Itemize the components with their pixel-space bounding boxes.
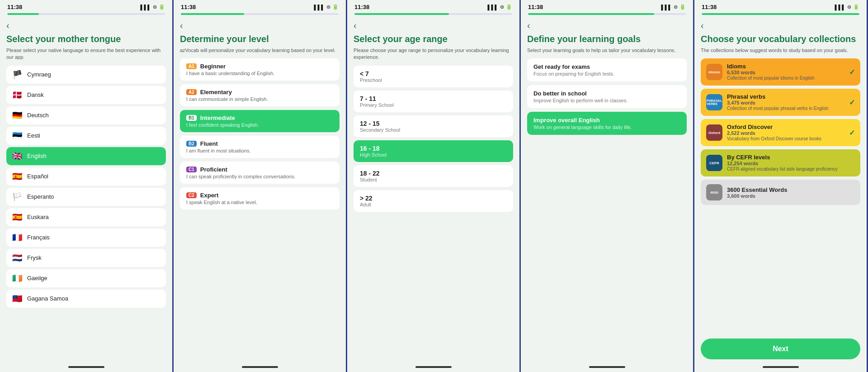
panel-content-1: ‹ Select your mother tongue Please selec…	[0, 18, 172, 364]
collection-oxford[interactable]: Oxford Oxford Discover 2,522 words Vocab…	[701, 119, 860, 146]
goal-overall[interactable]: Improve overall English Work on general …	[527, 112, 687, 135]
back-button-3[interactable]: ‹	[354, 20, 364, 31]
panel-goals: 11:38 ▌▌▌ ⊜ 🔋 ‹ Define your learning goa…	[521, 0, 694, 372]
panel-title-4: Define your learning goals	[527, 33, 687, 44]
panel-content-4: ‹ Define your learning goals Select your…	[521, 18, 693, 364]
progress-fill-4	[528, 13, 654, 15]
level-header-a1: A1 Beginner	[186, 63, 333, 70]
level-intermediate[interactable]: B1 Intermediate I feel confident speakin…	[180, 110, 340, 132]
language-english[interactable]: 🇬🇧English	[6, 147, 166, 165]
cefr-icon: CEFR	[706, 155, 722, 171]
age-list: < 7 Preschool 7 - 11 Primary School 12 -…	[354, 66, 513, 212]
panel-subtitle-5: The collections below suggest words to s…	[701, 47, 860, 54]
language-gaeilge[interactable]: 🇮🇪Gaeilge	[6, 269, 166, 287]
badge-a2: A2	[186, 89, 197, 95]
progress-track-4	[528, 13, 686, 15]
oxford-icon: Oxford	[706, 124, 722, 141]
back-button-5[interactable]: ‹	[701, 20, 712, 31]
home-bar-5	[763, 366, 799, 368]
badge-a1: A1	[186, 63, 197, 69]
panel-content-2: ‹ Determine your level azVocab will pers…	[174, 18, 346, 364]
language-gagana[interactable]: 🇼🇸Gagana Samoa	[6, 290, 166, 308]
goal-list: Get ready for exams Focus on preparing f…	[527, 58, 687, 135]
level-fluent[interactable]: B2 Fluent I am fluent in most situations…	[180, 136, 340, 158]
back-button-2[interactable]: ‹	[180, 20, 191, 31]
language-deutsch[interactable]: 🇩🇪Deutsch	[6, 106, 166, 124]
progress-fill-2	[181, 13, 244, 15]
status-bar-4: 11:38 ▌▌▌ ⊜ 🔋	[521, 0, 693, 12]
status-icons-2: ▌▌▌ ⊜ 🔋	[314, 4, 339, 10]
flag-espanol: 🇪🇸	[12, 172, 23, 181]
level-header-b2: B2 Fluent	[186, 140, 333, 147]
progress-container-3	[347, 12, 519, 18]
language-eesti[interactable]: 🇪🇪Eesti	[6, 127, 166, 145]
home-bar-4	[589, 366, 625, 368]
level-header-c1: C1 Proficient	[186, 166, 333, 173]
level-elementary[interactable]: A2 Elementary I can communicate in simpl…	[180, 84, 340, 106]
flag-euskara: 🇪🇸	[12, 212, 23, 222]
status-bar-3: 11:38 ▌▌▌ ⊜ 🔋	[347, 0, 519, 12]
signal-icon-2: ▌▌▌	[314, 5, 325, 10]
flag-cymraeg: 🏴	[12, 70, 23, 80]
progress-fill-3	[354, 13, 449, 15]
level-proficient[interactable]: C1 Proficient I can speak proficiently i…	[180, 162, 340, 184]
badge-c2: C2	[186, 192, 197, 198]
idioms-info: Idioms 6,530 words Collection of most po…	[727, 63, 844, 81]
badge-b1: B1	[186, 115, 197, 121]
level-expert[interactable]: C2 Expert I speak English at a native le…	[180, 187, 340, 210]
cefr-info: By CEFR levels 12,254 words CEFR-aligned…	[727, 154, 855, 172]
signal-icon-5: ▌▌▌	[835, 5, 845, 10]
home-indicator-3	[347, 364, 519, 372]
goal-school[interactable]: Do better in school Improve English to p…	[527, 85, 687, 108]
home-bar-2	[242, 366, 278, 368]
flag-francais: 🇫🇷	[12, 233, 23, 243]
age-adult[interactable]: > 22 Adult	[354, 190, 513, 212]
panel-mother-tongue: 11:38 ▌▌▌ ⊜ 🔋 ‹ Select your mother tongu…	[0, 0, 174, 372]
language-frysk[interactable]: 🇳🇱Frysk	[6, 249, 166, 267]
next-button[interactable]: Next	[701, 339, 860, 359]
language-euskara[interactable]: 🇪🇸Euskara	[6, 208, 166, 226]
collection-3600[interactable]: 4000 3600 Essential Words 3,600 words	[701, 180, 860, 205]
wifi-icon-2: ⊜	[326, 4, 330, 10]
status-icons-1: ▌▌▌ ⊜ 🔋	[141, 4, 165, 10]
time-1: 11:38	[7, 4, 22, 10]
language-esperanto[interactable]: 🏳️Esperanto	[6, 188, 166, 206]
age-student[interactable]: 18 - 22 Student	[354, 165, 513, 187]
language-francais[interactable]: 🇫🇷Français	[6, 229, 166, 247]
time-5: 11:38	[702, 4, 717, 10]
wifi-icon-4: ⊜	[674, 4, 678, 10]
collection-idioms[interactable]: idioms Idioms 6,530 words Collection of …	[701, 58, 860, 86]
level-list: A1 Beginner I have a basic understanding…	[180, 58, 340, 210]
signal-icon: ▌▌▌	[141, 5, 151, 10]
progress-track-2	[181, 13, 339, 15]
collection-phrasal[interactable]: PHRASALVERBS Phrasal verbs 3,475 words C…	[701, 89, 860, 116]
wifi-icon-3: ⊜	[500, 4, 504, 10]
age-preschool[interactable]: < 7 Preschool	[354, 66, 513, 87]
flag-gaeilge: 🇮🇪	[12, 273, 23, 283]
panel-content-5: ‹ Choose your vocabulary collections The…	[694, 18, 867, 364]
language-dansk[interactable]: 🇩🇰Dansk	[6, 86, 166, 104]
language-espanol[interactable]: 🇪🇸Español	[6, 167, 166, 186]
flag-english: 🇬🇧	[12, 151, 23, 161]
back-button-1[interactable]: ‹	[6, 20, 17, 31]
collection-cefr[interactable]: CEFR By CEFR levels 12,254 words CEFR-al…	[701, 149, 860, 176]
age-primary[interactable]: 7 - 11 Primary School	[354, 91, 513, 112]
panel-title-1: Select your mother tongue	[6, 33, 166, 44]
goal-exams[interactable]: Get ready for exams Focus on preparing f…	[527, 58, 687, 81]
flag-gagana: 🇼🇸	[12, 294, 23, 304]
status-bar-2: 11:38 ▌▌▌ ⊜ 🔋	[174, 0, 346, 12]
age-highschool[interactable]: 16 - 18 High School	[354, 140, 513, 162]
language-cymraeg[interactable]: 🏴Cymraeg	[6, 66, 166, 84]
3600-info: 3600 Essential Words 3,600 words	[727, 186, 855, 199]
back-button-4[interactable]: ‹	[527, 20, 538, 31]
flag-frysk: 🇳🇱	[12, 253, 23, 263]
home-indicator-4	[521, 364, 693, 372]
level-header-a2: A2 Elementary	[186, 89, 333, 95]
status-icons-3: ▌▌▌ ⊜ 🔋	[488, 4, 512, 10]
panel-subtitle-3: Please choose your age range to personal…	[354, 47, 513, 61]
oxford-info: Oxford Discover 2,522 words Vocabulary f…	[727, 124, 844, 142]
collection-list: idioms Idioms 6,530 words Collection of …	[701, 58, 860, 335]
progress-track-5	[702, 13, 859, 15]
age-secondary[interactable]: 12 - 15 Secondary School	[354, 115, 513, 137]
level-beginner[interactable]: A1 Beginner I have a basic understanding…	[180, 58, 340, 81]
